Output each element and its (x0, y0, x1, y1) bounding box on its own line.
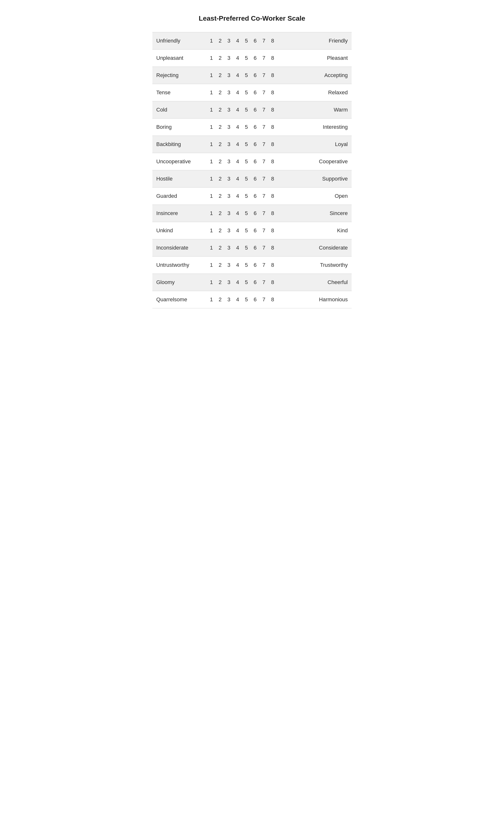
scale-number[interactable]: 6 (253, 193, 257, 199)
scale-number[interactable]: 6 (253, 158, 257, 165)
scale-number[interactable]: 5 (244, 124, 249, 130)
scale-number[interactable]: 4 (235, 72, 240, 78)
scale-number[interactable]: 7 (262, 210, 266, 217)
scale-number[interactable]: 1 (209, 245, 214, 251)
scale-number[interactable]: 2 (218, 176, 222, 182)
scale-number[interactable]: 5 (244, 107, 249, 113)
scale-number[interactable]: 3 (227, 107, 231, 113)
scale-number[interactable]: 4 (235, 245, 240, 251)
scale-number[interactable]: 7 (262, 227, 266, 234)
scale-number[interactable]: 4 (235, 193, 240, 199)
scale-number[interactable]: 4 (235, 210, 240, 217)
scale-number[interactable]: 8 (271, 296, 275, 303)
scale-number[interactable]: 4 (235, 176, 240, 182)
scale-number[interactable]: 7 (262, 124, 266, 130)
scale-number[interactable]: 3 (227, 55, 231, 61)
scale-number[interactable]: 6 (253, 176, 257, 182)
scale-number[interactable]: 3 (227, 227, 231, 234)
scale-number[interactable]: 2 (218, 158, 222, 165)
scale-number[interactable]: 7 (262, 176, 266, 182)
scale-number[interactable]: 6 (253, 210, 257, 217)
scale-number[interactable]: 3 (227, 158, 231, 165)
scale-number[interactable]: 2 (218, 141, 222, 148)
scale-number[interactable]: 3 (227, 296, 231, 303)
scale-number[interactable]: 5 (244, 296, 249, 303)
scale-number[interactable]: 3 (227, 38, 231, 44)
scale-number[interactable]: 2 (218, 89, 222, 96)
scale-number[interactable]: 8 (271, 124, 275, 130)
scale-number[interactable]: 5 (244, 72, 249, 78)
scale-number[interactable]: 3 (227, 193, 231, 199)
scale-number[interactable]: 2 (218, 262, 222, 268)
scale-number[interactable]: 1 (209, 124, 214, 130)
scale-number[interactable]: 2 (218, 279, 222, 286)
scale-number[interactable]: 4 (235, 38, 240, 44)
scale-number[interactable]: 7 (262, 262, 266, 268)
scale-number[interactable]: 6 (253, 279, 257, 286)
scale-number[interactable]: 5 (244, 262, 249, 268)
scale-number[interactable]: 7 (262, 55, 266, 61)
scale-number[interactable]: 7 (262, 193, 266, 199)
scale-number[interactable]: 5 (244, 279, 249, 286)
scale-number[interactable]: 4 (235, 89, 240, 96)
scale-number[interactable]: 1 (209, 227, 214, 234)
scale-number[interactable]: 1 (209, 279, 214, 286)
scale-number[interactable]: 4 (235, 296, 240, 303)
scale-number[interactable]: 7 (262, 107, 266, 113)
scale-number[interactable]: 6 (253, 72, 257, 78)
scale-number[interactable]: 2 (218, 296, 222, 303)
scale-number[interactable]: 1 (209, 158, 214, 165)
scale-number[interactable]: 8 (271, 262, 275, 268)
scale-number[interactable]: 2 (218, 227, 222, 234)
scale-number[interactable]: 8 (271, 107, 275, 113)
scale-number[interactable]: 4 (235, 279, 240, 286)
scale-number[interactable]: 4 (235, 141, 240, 148)
scale-number[interactable]: 6 (253, 262, 257, 268)
scale-number[interactable]: 8 (271, 158, 275, 165)
scale-number[interactable]: 7 (262, 72, 266, 78)
scale-number[interactable]: 5 (244, 245, 249, 251)
scale-number[interactable]: 5 (244, 89, 249, 96)
scale-number[interactable]: 4 (235, 124, 240, 130)
scale-number[interactable]: 7 (262, 141, 266, 148)
scale-number[interactable]: 1 (209, 193, 214, 199)
scale-number[interactable]: 3 (227, 262, 231, 268)
scale-number[interactable]: 4 (235, 55, 240, 61)
scale-number[interactable]: 1 (209, 141, 214, 148)
scale-number[interactable]: 5 (244, 210, 249, 217)
scale-number[interactable]: 6 (253, 296, 257, 303)
scale-number[interactable]: 3 (227, 72, 231, 78)
scale-number[interactable]: 3 (227, 245, 231, 251)
scale-number[interactable]: 8 (271, 279, 275, 286)
scale-number[interactable]: 3 (227, 141, 231, 148)
scale-number[interactable]: 8 (271, 141, 275, 148)
scale-number[interactable]: 7 (262, 296, 266, 303)
scale-number[interactable]: 2 (218, 107, 222, 113)
scale-number[interactable]: 8 (271, 193, 275, 199)
scale-number[interactable]: 8 (271, 210, 275, 217)
scale-number[interactable]: 6 (253, 107, 257, 113)
scale-number[interactable]: 8 (271, 89, 275, 96)
scale-number[interactable]: 1 (209, 72, 214, 78)
scale-number[interactable]: 1 (209, 89, 214, 96)
scale-number[interactable]: 5 (244, 227, 249, 234)
scale-number[interactable]: 4 (235, 158, 240, 165)
scale-number[interactable]: 8 (271, 55, 275, 61)
scale-number[interactable]: 3 (227, 176, 231, 182)
scale-number[interactable]: 6 (253, 55, 257, 61)
scale-number[interactable]: 5 (244, 193, 249, 199)
scale-number[interactable]: 4 (235, 262, 240, 268)
scale-number[interactable]: 6 (253, 38, 257, 44)
scale-number[interactable]: 6 (253, 141, 257, 148)
scale-number[interactable]: 7 (262, 38, 266, 44)
scale-number[interactable]: 6 (253, 227, 257, 234)
scale-number[interactable]: 2 (218, 72, 222, 78)
scale-number[interactable]: 8 (271, 176, 275, 182)
scale-number[interactable]: 1 (209, 38, 214, 44)
scale-number[interactable]: 6 (253, 245, 257, 251)
scale-number[interactable]: 5 (244, 176, 249, 182)
scale-number[interactable]: 8 (271, 72, 275, 78)
scale-number[interactable]: 2 (218, 245, 222, 251)
scale-number[interactable]: 5 (244, 55, 249, 61)
scale-number[interactable]: 8 (271, 227, 275, 234)
